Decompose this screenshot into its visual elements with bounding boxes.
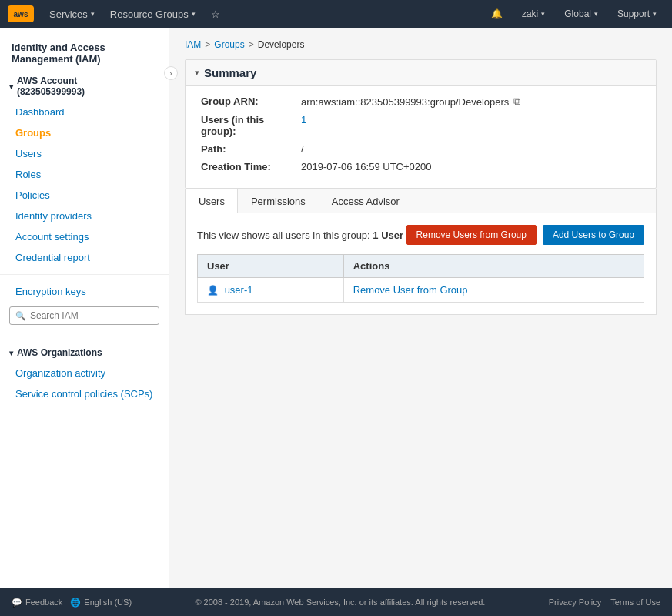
- sidebar-item-roles[interactable]: Roles: [0, 164, 169, 185]
- org-arrow-icon: ▾: [9, 349, 13, 357]
- summary-value-path: /: [301, 143, 304, 155]
- user-icon: 👤: [207, 285, 219, 296]
- tabs-container: Users Permissions Access Advisor This vi…: [185, 189, 657, 315]
- summary-label-arn: Group ARN:: [201, 95, 301, 107]
- sidebar-item-credential-report[interactable]: Credential report: [0, 247, 169, 268]
- sidebar-item-account-settings[interactable]: Account settings: [0, 226, 169, 247]
- account-arrow-icon: ▾: [9, 82, 13, 91]
- sidebar: Identity and Access Management (IAM) › ▾…: [0, 28, 169, 588]
- add-users-button[interactable]: Add Users to Group: [543, 225, 644, 245]
- copy-arn-icon[interactable]: ⧉: [513, 95, 520, 108]
- sidebar-item-dashboard[interactable]: Dashboard: [0, 102, 169, 122]
- aws-logo: aws: [8, 5, 34, 22]
- services-menu[interactable]: Services ▾: [42, 8, 102, 20]
- sidebar-item-identity-providers[interactable]: Identity providers: [0, 206, 169, 226]
- user-cell: 👤 user-1: [198, 278, 344, 303]
- col-user: User: [198, 255, 344, 278]
- sidebar-collapse-button[interactable]: ›: [164, 66, 178, 80]
- tab-toolbar: This view shows all users in this group:…: [197, 225, 644, 245]
- resource-groups-menu[interactable]: Resource Groups ▾: [102, 8, 203, 20]
- user-menu[interactable]: zaki ▾: [514, 8, 553, 19]
- user-count-label: 1 User: [373, 229, 403, 241]
- aws-org-header[interactable]: ▾ AWS Organizations: [0, 343, 169, 363]
- summary-value-users: 1: [301, 114, 306, 126]
- breadcrumb: IAM > Groups > Developers: [185, 39, 657, 50]
- tab-info-text: This view shows all users in this group:…: [197, 229, 403, 241]
- summary-row-users: Users (in this group): 1: [201, 114, 640, 137]
- region-menu[interactable]: Global ▾: [557, 8, 606, 19]
- summary-title: Summary: [204, 66, 256, 79]
- tab-users[interactable]: Users: [186, 189, 238, 213]
- tab-content-users: This view shows all users in this group:…: [186, 213, 656, 314]
- region-chevron-icon: ▾: [594, 10, 598, 18]
- summary-panel: ▾ Summary Group ARN: arn:aws:iam::823505…: [185, 59, 657, 189]
- users-table: User Actions 👤 user-1 Remove User from G…: [197, 254, 644, 303]
- top-navigation: aws Services ▾ Resource Groups ▾ ☆ 🔔 zak…: [0, 0, 672, 28]
- tab-permissions[interactable]: Permissions: [238, 189, 319, 213]
- sidebar-item-groups[interactable]: Groups: [0, 122, 169, 143]
- action-cell: Remove User from Group: [343, 278, 644, 303]
- breadcrumb-iam[interactable]: IAM: [185, 39, 201, 50]
- table-row: 👤 user-1 Remove User from Group: [198, 278, 644, 303]
- sidebar-item-encryption-keys[interactable]: Encryption keys: [0, 281, 169, 302]
- bell-icon[interactable]: 🔔: [483, 8, 510, 19]
- summary-value-creation: 2019-07-06 16:59 UTC+0200: [301, 161, 431, 172]
- users-count-link[interactable]: 1: [301, 114, 306, 126]
- breadcrumb-current: Developers: [258, 39, 305, 50]
- summary-label-users: Users (in this group):: [201, 114, 301, 137]
- sidebar-item-scp[interactable]: Service control policies (SCPs): [0, 383, 169, 404]
- sidebar-search-container: 🔍: [0, 302, 169, 330]
- services-chevron-icon: ▾: [91, 10, 95, 18]
- star-icon: ☆: [211, 8, 220, 20]
- tab-buttons: Remove Users from Group Add Users to Gro…: [406, 225, 644, 245]
- remove-users-button[interactable]: Remove Users from Group: [406, 225, 537, 245]
- table-header: User Actions: [198, 255, 644, 278]
- support-menu[interactable]: Support ▾: [610, 8, 664, 19]
- summary-body: Group ARN: arn:aws:iam::823505399993:gro…: [186, 86, 656, 188]
- resource-groups-chevron-icon: ▾: [192, 10, 196, 18]
- search-input[interactable]: [9, 306, 159, 325]
- summary-label-creation: Creation Time:: [201, 161, 301, 172]
- aws-account-section: ▾ AWS Account (823505399993) Dashboard G…: [0, 71, 169, 268]
- sidebar-title: Identity and Access Management (IAM): [0, 35, 169, 71]
- remove-user-link[interactable]: Remove User from Group: [353, 284, 468, 296]
- users-table-body: 👤 user-1 Remove User from Group: [198, 278, 644, 303]
- breadcrumb-groups[interactable]: Groups: [214, 39, 244, 50]
- summary-row-creation: Creation Time: 2019-07-06 16:59 UTC+0200: [201, 161, 640, 172]
- summary-row-arn: Group ARN: arn:aws:iam::823505399993:gro…: [201, 95, 640, 108]
- sidebar-item-org-activity[interactable]: Organization activity: [0, 363, 169, 383]
- summary-value-arn: arn:aws:iam::823505399993:group/Develope…: [301, 95, 520, 108]
- summary-header: ▾ Summary: [186, 60, 656, 86]
- summary-label-path: Path:: [201, 143, 301, 155]
- sidebar-item-users[interactable]: Users: [0, 143, 169, 164]
- summary-row-path: Path: /: [201, 143, 640, 155]
- col-actions: Actions: [343, 255, 644, 278]
- search-icon: 🔍: [15, 311, 26, 321]
- account-label: AWS Account (823505399993): [17, 75, 85, 97]
- user-link[interactable]: user-1: [225, 284, 253, 296]
- sidebar-item-policies[interactable]: Policies: [0, 185, 169, 206]
- main-content: IAM > Groups > Developers ▾ Summary Grou…: [169, 28, 672, 588]
- summary-arrow-icon: ▾: [195, 68, 199, 78]
- org-label: AWS Organizations: [17, 347, 102, 358]
- tabs-header: Users Permissions Access Advisor: [186, 189, 656, 213]
- tab-access-advisor[interactable]: Access Advisor: [319, 189, 413, 213]
- aws-account-header[interactable]: ▾ AWS Account (823505399993): [0, 71, 169, 102]
- support-chevron-icon: ▾: [653, 10, 657, 18]
- user-chevron-icon: ▾: [541, 10, 545, 18]
- starred-menu[interactable]: ☆: [203, 8, 228, 20]
